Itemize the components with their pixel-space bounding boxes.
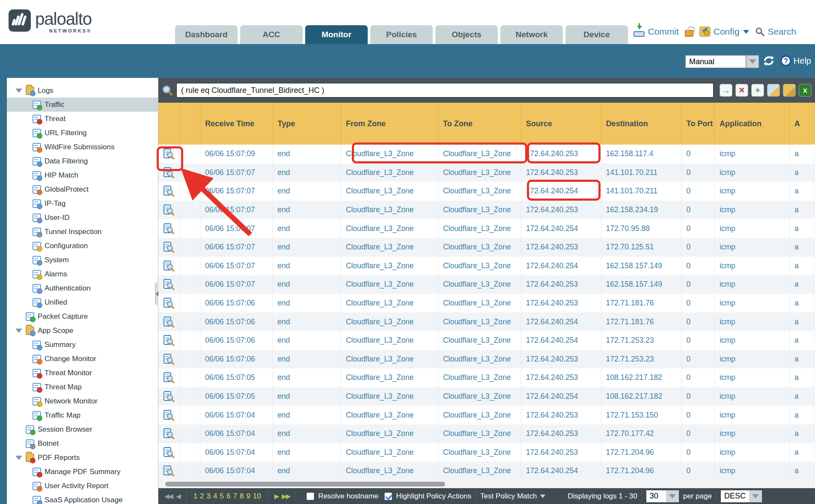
sidebar-item-botnet[interactable]: Botnet bbox=[7, 436, 158, 451]
cell-time[interactable]: 06/06 15:07:06 bbox=[200, 294, 273, 313]
cell-source[interactable]: 172.64.240.253 bbox=[521, 350, 601, 369]
cell-from-zone[interactable]: Cloudflare_L3_Zone bbox=[341, 350, 438, 369]
cell-source[interactable]: 172.64.240.253 bbox=[521, 443, 601, 462]
cell-from-zone[interactable]: Cloudflare_L3_Zone bbox=[341, 182, 438, 201]
cell-type[interactable]: end bbox=[273, 182, 341, 201]
cell-time[interactable]: 06/06 15:07:04 bbox=[200, 462, 273, 480]
cell-destination[interactable]: 172.71.153.150 bbox=[601, 406, 682, 424]
sidebar-item-tunnel-inspection[interactable]: Tunnel Inspection bbox=[7, 225, 158, 239]
cell-from-zone[interactable]: Cloudflare_L3_Zone bbox=[341, 424, 438, 443]
cell-type[interactable]: end bbox=[273, 443, 341, 462]
cell-time[interactable]: 06/06 15:07:04 bbox=[200, 406, 273, 424]
cell-to-zone[interactable]: Cloudflare_L3_Zone bbox=[438, 424, 521, 443]
cell-application[interactable]: icmp bbox=[715, 219, 790, 238]
cell-time[interactable]: 06/06 15:07:06 bbox=[200, 350, 273, 369]
config-menu-button[interactable]: Config bbox=[699, 27, 750, 37]
cell-action[interactable]: a bbox=[790, 182, 815, 201]
load-filter-button[interactable] bbox=[783, 84, 796, 97]
detailed-log-view-icon[interactable] bbox=[158, 387, 180, 406]
sidebar-item-threat[interactable]: Threat bbox=[7, 112, 158, 126]
cell-to-zone[interactable]: Cloudflare_L3_Zone bbox=[438, 443, 521, 462]
cell-time[interactable]: 06/06 15:07:07 bbox=[200, 163, 273, 182]
sidebar-item-configuration[interactable]: Configuration bbox=[7, 239, 158, 253]
sidebar-item-authentication[interactable]: Authentication bbox=[7, 281, 158, 295]
page-number-2[interactable]: 2 bbox=[200, 492, 204, 501]
cell-to-port[interactable]: 0 bbox=[681, 294, 714, 313]
cell-action[interactable]: a bbox=[790, 219, 815, 238]
column-header-a[interactable]: A bbox=[790, 103, 815, 145]
sidebar-item-hip-match[interactable]: HIP Match bbox=[7, 168, 158, 182]
log-filter-input[interactable] bbox=[176, 83, 714, 98]
cell-source[interactable]: 172.64.240.254 bbox=[521, 462, 601, 480]
cell-time[interactable]: 06/06 15:07:07 bbox=[200, 201, 273, 219]
tab-acc[interactable]: ACC bbox=[240, 25, 303, 44]
cell-action[interactable]: a bbox=[790, 257, 815, 276]
cell-action[interactable]: a bbox=[790, 350, 815, 369]
sidebar-item-url-filtering[interactable]: URL Filtering bbox=[7, 126, 158, 140]
prev-page-button[interactable]: ◀ bbox=[176, 492, 180, 500]
cell-type[interactable]: end bbox=[273, 462, 341, 480]
cell-type[interactable]: end bbox=[273, 387, 341, 406]
sort-order-dropdown-button[interactable] bbox=[749, 490, 762, 502]
cell-destination[interactable]: 172.71.253.23 bbox=[601, 350, 682, 369]
cell-from-zone[interactable]: Cloudflare_L3_Zone bbox=[341, 163, 438, 182]
sidebar-item-pdf-reports[interactable]: PDF Reports bbox=[7, 451, 158, 465]
cell-destination[interactable]: 162.158.117.4 bbox=[601, 145, 682, 163]
cell-from-zone[interactable]: Cloudflare_L3_Zone bbox=[341, 312, 438, 331]
cell-source[interactable]: 172.64.240.253 bbox=[521, 406, 601, 424]
cell-from-zone[interactable]: Cloudflare_L3_Zone bbox=[341, 238, 438, 257]
cell-time[interactable]: 06/06 15:07:07 bbox=[200, 219, 273, 238]
cell-to-port[interactable]: 0 bbox=[681, 201, 714, 219]
cell-type[interactable]: end bbox=[273, 201, 341, 219]
cell-source[interactable]: 172.64.240.254 bbox=[521, 312, 601, 331]
cell-to-zone[interactable]: Cloudflare_L3_Zone bbox=[438, 182, 521, 201]
tab-network[interactable]: Network bbox=[500, 25, 563, 44]
cell-application[interactable]: icmp bbox=[715, 294, 790, 313]
tab-policies[interactable]: Policies bbox=[370, 25, 433, 44]
tree-expander-icon[interactable] bbox=[15, 89, 22, 93]
cell-type[interactable]: end bbox=[273, 275, 341, 294]
cell-destination[interactable]: 172.70.177.42 bbox=[601, 424, 682, 443]
per-page-dropdown-button[interactable] bbox=[666, 490, 679, 502]
cell-to-zone[interactable]: Cloudflare_L3_Zone bbox=[438, 312, 521, 331]
cell-destination[interactable]: 172.71.181.76 bbox=[601, 312, 682, 331]
cell-time[interactable]: 06/06 15:07:07 bbox=[200, 182, 273, 201]
cell-type[interactable]: end bbox=[273, 163, 341, 182]
cell-to-port[interactable]: 0 bbox=[681, 424, 714, 443]
cell-application[interactable]: icmp bbox=[715, 443, 790, 462]
detailed-log-view-icon[interactable] bbox=[158, 163, 180, 182]
cell-source[interactable]: 172.64.240.254 bbox=[521, 219, 601, 238]
refresh-interval-dropdown-button[interactable] bbox=[746, 55, 759, 68]
column-header-source[interactable]: Source bbox=[521, 103, 601, 145]
cell-to-zone[interactable]: Cloudflare_L3_Zone bbox=[438, 145, 521, 163]
cell-type[interactable]: end bbox=[273, 145, 341, 163]
cell-application[interactable]: icmp bbox=[715, 424, 790, 443]
cell-action[interactable]: a bbox=[790, 294, 815, 313]
sidebar-item-session-browser[interactable]: Session Browser bbox=[7, 422, 158, 436]
next-page-button[interactable]: ▶ bbox=[274, 492, 279, 500]
cell-application[interactable]: icmp bbox=[715, 331, 790, 350]
cell-application[interactable]: icmp bbox=[715, 368, 790, 387]
cell-application[interactable]: icmp bbox=[715, 238, 790, 257]
cell-time[interactable]: 06/06 15:07:07 bbox=[200, 257, 273, 276]
cell-from-zone[interactable]: Cloudflare_L3_Zone bbox=[341, 406, 438, 424]
cell-from-zone[interactable]: Cloudflare_L3_Zone bbox=[341, 387, 438, 406]
cell-to-port[interactable]: 0 bbox=[681, 387, 714, 406]
cell-application[interactable]: icmp bbox=[715, 406, 790, 424]
detailed-log-view-icon[interactable] bbox=[158, 201, 180, 219]
column-header-type[interactable]: Type bbox=[273, 103, 342, 145]
cell-type[interactable]: end bbox=[273, 424, 341, 443]
detailed-log-view-icon[interactable] bbox=[158, 257, 180, 276]
cell-from-zone[interactable]: Cloudflare_L3_Zone bbox=[341, 443, 438, 462]
sort-order-select[interactable]: DESC bbox=[721, 490, 762, 502]
cell-to-zone[interactable]: Cloudflare_L3_Zone bbox=[438, 350, 521, 369]
page-number-8[interactable]: 8 bbox=[240, 492, 244, 501]
column-header-application[interactable]: Application bbox=[715, 103, 790, 145]
cell-to-zone[interactable]: Cloudflare_L3_Zone bbox=[438, 257, 521, 276]
cell-source[interactable]: 172.64.240.253 bbox=[521, 424, 601, 443]
cell-to-zone[interactable]: Cloudflare_L3_Zone bbox=[438, 201, 521, 219]
help-button[interactable]: ? Help bbox=[780, 55, 811, 66]
cell-action[interactable]: a bbox=[790, 387, 815, 406]
column-header-from-zone[interactable]: From Zone bbox=[341, 103, 438, 145]
cell-source[interactable]: 172.64.240.253 bbox=[521, 201, 601, 219]
